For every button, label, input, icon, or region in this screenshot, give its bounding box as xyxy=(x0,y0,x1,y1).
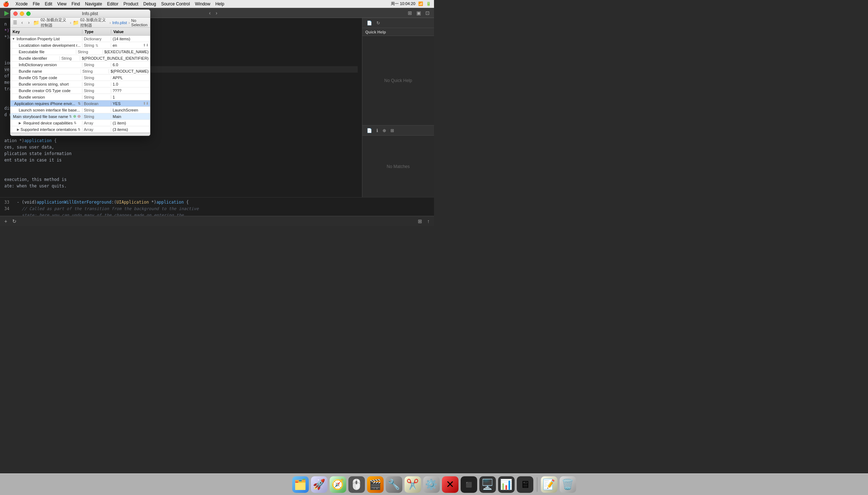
bottom-file-btn[interactable]: 📄 xyxy=(365,127,374,134)
row8-key-label: Bundle version xyxy=(19,95,45,99)
menu-product[interactable]: Product xyxy=(123,1,138,6)
row4-type: String xyxy=(81,69,109,73)
table-row[interactable]: Bundle creator OS Type code String ???? xyxy=(10,87,150,94)
row13-expand[interactable]: ▶ xyxy=(17,128,19,131)
row11-stepper-icon[interactable]: ⇅ xyxy=(69,115,72,118)
table-row[interactable]: Application requires iPhone envir... ⇅ B… xyxy=(10,100,150,107)
row11-value-label: Main xyxy=(113,114,121,119)
table-row[interactable]: Bundle identifier String $(PRODUCT_BUNDL… xyxy=(10,55,150,62)
menu-navigate[interactable]: Navigate xyxy=(85,1,102,6)
row0-key-label: Localization native development r... xyxy=(19,43,81,47)
row9-stepper-icon[interactable]: ⇅ xyxy=(78,101,81,105)
bottom-info-btn[interactable]: ℹ xyxy=(375,127,380,134)
bottom-code-panel: 33 - (void)applicationWillEnterForegroun… xyxy=(0,197,434,226)
menubar-right: 周一 10:04:20 📶 🔋 xyxy=(391,1,431,6)
table-row[interactable]: Bundle OS Type code String APPL xyxy=(10,74,150,81)
hide-navigator-btn[interactable]: ⊞ xyxy=(406,9,413,17)
menu-source-control[interactable]: Source Control xyxy=(161,1,190,6)
bottom-search-circle-btn[interactable]: ⊕ xyxy=(381,127,388,134)
add-row-button[interactable]: + xyxy=(13,134,17,136)
folder-icon2: 📁 xyxy=(73,20,79,26)
inspector-file-btn[interactable]: 📄 xyxy=(365,20,374,26)
menu-debug[interactable]: Debug xyxy=(143,1,156,6)
run-button[interactable]: ▶ xyxy=(3,8,11,18)
row3-value: 6.0 xyxy=(111,63,150,67)
row13-key: ▶ Supported interface orientations ⇅ xyxy=(10,127,82,132)
row1-value: $(EXECUTABLE_NAME) xyxy=(103,50,150,54)
row11-remove-icon[interactable]: ⊖ xyxy=(77,114,81,119)
toolbar-right-buttons: ⊞ ▣ ⊡ xyxy=(406,9,431,17)
row11-add-icon[interactable]: ⊕ xyxy=(73,114,76,119)
table-row[interactable]: Bundle name String $(PRODUCT_NAME) xyxy=(10,68,150,74)
row10-key: Launch screen interface file base... xyxy=(10,108,82,112)
breadcrumb-folder2[interactable]: 02-加载自定义控制器 xyxy=(80,17,108,28)
back-button[interactable]: ‹ xyxy=(208,9,212,17)
row0-stepper[interactable]: ⬆⬇ xyxy=(143,43,149,47)
status-bar-btn2[interactable]: ↻ xyxy=(11,218,18,225)
menu-find[interactable]: Find xyxy=(72,1,80,6)
window-chrome: Info.plist xyxy=(10,10,150,18)
window-title: Info.plist xyxy=(33,11,147,16)
menu-view[interactable]: View xyxy=(57,1,67,6)
row13-stepper-icon[interactable]: ⇅ xyxy=(78,128,81,131)
row12-expand[interactable]: ▶ xyxy=(19,121,22,125)
footer-grid-btn[interactable]: ⊞ xyxy=(139,135,142,136)
close-button[interactable] xyxy=(13,12,18,16)
row9-value-stepper[interactable]: ⬆⬇ xyxy=(143,101,149,105)
show-editor-btn[interactable]: ▣ xyxy=(415,9,422,17)
menu-xcode[interactable]: Xcode xyxy=(15,1,28,6)
toolbar-forward-btn[interactable]: › xyxy=(26,19,32,26)
menu-window[interactable]: Window xyxy=(195,1,211,6)
table-row[interactable]: Localization native development r... Str… xyxy=(10,42,150,49)
row2-key: Bundle identifier xyxy=(10,56,60,60)
bottom-grid-btn[interactable]: ⊞ xyxy=(389,127,395,134)
row8-type: String xyxy=(82,95,111,99)
table-row[interactable]: ▶ Supported interface orientations ⇅ Arr… xyxy=(10,126,150,133)
breadcrumb-file[interactable]: Info.plist xyxy=(112,21,127,25)
status-bar-right1[interactable]: ⊞ xyxy=(416,218,424,225)
add-file-btn[interactable]: + xyxy=(3,218,9,225)
table-row[interactable]: ▼ Information Property List Dictionary (… xyxy=(10,36,150,42)
table-row[interactable]: Launch screen interface file base... Str… xyxy=(10,107,150,113)
col-type-header: Type xyxy=(82,29,111,34)
table-row[interactable]: Main storyboard file base name ⇅ ⊕ ⊖ Str… xyxy=(10,113,150,120)
footer-up-btn[interactable]: ↑ xyxy=(145,135,147,136)
row2-key-label: Bundle identifier xyxy=(19,56,47,60)
row12-key: ▶ Required device capabilities ⇅ xyxy=(10,121,82,125)
table-row[interactable]: Bundle versions string, short String 1.0 xyxy=(10,81,150,87)
table-row[interactable]: InfoDictionary version String 6.0 xyxy=(10,62,150,68)
table-row[interactable]: Bundle version String 1 xyxy=(10,94,150,100)
maximize-button[interactable] xyxy=(26,12,31,16)
code-line-save: ces, save user data, xyxy=(4,144,358,150)
minimize-button[interactable] xyxy=(20,12,24,16)
table-row[interactable]: Executable file String $(EXECUTABLE_NAME… xyxy=(10,49,150,55)
breadcrumb-folder1[interactable]: 02-加载自定义控制器 xyxy=(41,17,68,28)
row11-key: Main storyboard file base name ⇅ ⊕ ⊖ xyxy=(10,114,82,119)
row1-key-label: Executable file xyxy=(19,50,45,54)
row7-value: ???? xyxy=(111,88,150,93)
toolbar-list-icon[interactable]: ☰ xyxy=(13,19,18,26)
no-quick-help-label: No Quick Help xyxy=(384,78,412,83)
row13-key-label: Supported interface orientations xyxy=(21,127,77,132)
status-bar-right2[interactable]: ↑ xyxy=(426,218,431,225)
row5-value: APPL xyxy=(111,76,150,80)
row12-stepper-icon[interactable]: ⇅ xyxy=(74,121,77,125)
expand-arrow[interactable]: ▼ xyxy=(12,37,15,41)
menu-edit[interactable]: Edit xyxy=(45,1,52,6)
row11-type: String xyxy=(82,114,111,119)
inspector-refresh-btn[interactable]: ↻ xyxy=(375,20,381,26)
hide-inspector-btn[interactable]: ⊡ xyxy=(424,9,431,17)
menu-editor[interactable]: Editor xyxy=(107,1,118,6)
toolbar-back-btn[interactable]: ‹ xyxy=(19,19,25,26)
code-line-35: state; here you can undo many of the cha… xyxy=(4,212,430,216)
menu-help[interactable]: Help xyxy=(215,1,224,6)
menu-file[interactable]: File xyxy=(33,1,40,6)
row0-type-stepper[interactable]: ⇅ xyxy=(95,44,98,47)
apple-menu[interactable]: 🍎 xyxy=(3,1,9,7)
row13-type: Array xyxy=(82,127,111,132)
refresh-btn[interactable]: ↻ xyxy=(19,135,23,136)
forward-button[interactable]: › xyxy=(214,9,219,17)
inspector-toolbar: 📄 ↻ xyxy=(362,18,434,28)
table-row[interactable]: ▶ Required device capabilities ⇅ Array (… xyxy=(10,120,150,126)
breadcrumb-current: No Selection xyxy=(131,18,148,27)
